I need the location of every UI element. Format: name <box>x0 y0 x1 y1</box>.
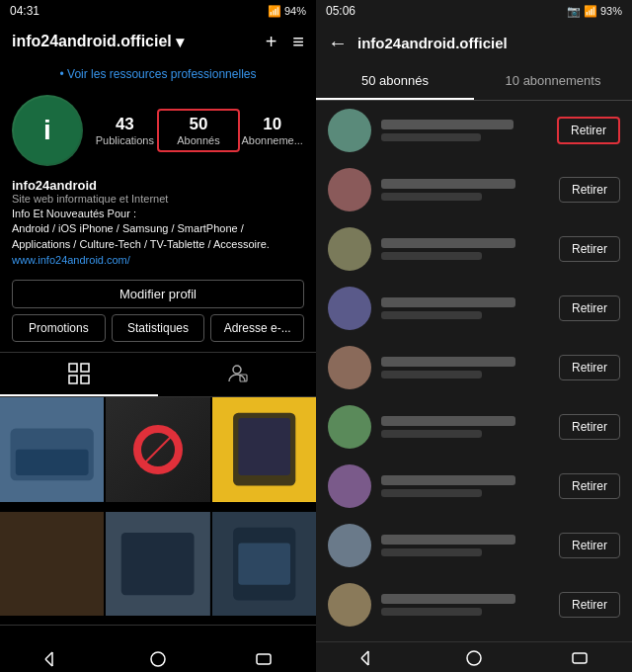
stat-abonnements[interactable]: 10 Abonneme... <box>240 115 304 146</box>
retirer-button[interactable]: Retirer <box>559 592 620 618</box>
follower-name-blurred <box>381 594 515 604</box>
account-title[interactable]: info24android.officiel ▾ <box>12 33 184 51</box>
follower-avatar <box>328 346 371 389</box>
svg-point-23 <box>151 652 165 666</box>
retirer-button[interactable]: Retirer <box>559 355 620 380</box>
follower-avatar <box>328 524 371 567</box>
bio-description: Info Et Nouveautés Pour :Android / iOS i… <box>12 207 304 252</box>
sys-back-right[interactable] <box>356 646 380 670</box>
add-icon[interactable]: + <box>266 31 277 53</box>
statistics-button[interactable]: Statistiques <box>112 314 205 342</box>
action-buttons: Modifier profil Promotions Statistiques … <box>0 274 316 348</box>
follower-item: Retirer <box>316 160 632 219</box>
svg-line-26 <box>361 651 368 658</box>
retirer-button[interactable]: Retirer <box>559 533 620 558</box>
svg-line-27 <box>361 658 368 665</box>
photo-5 <box>106 512 209 616</box>
followers-tabs: 50 abonnés 10 abonnements <box>316 63 632 101</box>
svg-rect-0 <box>69 364 77 372</box>
address-button[interactable]: Adresse e-... <box>210 314 304 342</box>
secondary-buttons-row: Promotions Statistiques Adresse e-... <box>12 314 304 342</box>
grid-icon <box>68 363 90 384</box>
bio-section: info24android Site web informatique et I… <box>0 176 316 274</box>
svg-rect-2 <box>69 376 77 383</box>
follower-info <box>381 416 549 438</box>
follower-avatar <box>328 405 371 449</box>
follower-avatar <box>328 227 371 271</box>
sys-back-left[interactable] <box>40 647 64 671</box>
svg-rect-19 <box>238 544 290 585</box>
retirer-button[interactable]: Retirer <box>559 177 620 203</box>
photo-cell-4[interactable] <box>0 512 104 616</box>
svg-rect-11 <box>238 418 290 475</box>
follower-sub-blurred <box>381 548 482 556</box>
sys-home-right[interactable] <box>462 646 486 670</box>
sys-recent-right[interactable] <box>568 646 592 670</box>
svg-rect-16 <box>121 533 195 595</box>
svg-rect-8 <box>16 450 89 475</box>
modify-profile-button[interactable]: Modifier profil <box>12 280 304 308</box>
svg-rect-12 <box>0 512 104 616</box>
follower-info <box>381 357 549 378</box>
menu-icon[interactable]: ≡ <box>292 31 304 53</box>
tab-grid[interactable] <box>0 353 158 396</box>
stat-abonnes[interactable]: 50 Abonnés <box>157 109 241 152</box>
profile-section: i 43 Publications 50 Abonnés 10 Abonneme… <box>0 85 316 176</box>
photo-6 <box>212 512 316 616</box>
bio-link[interactable]: www.info24android.com/ <box>12 254 304 266</box>
back-icon[interactable]: ← <box>328 32 348 54</box>
follower-sub-blurred <box>381 133 481 141</box>
svg-rect-3 <box>81 376 89 383</box>
svg-point-4 <box>233 366 241 374</box>
photo-cell-2[interactable] <box>106 397 209 501</box>
svg-line-21 <box>45 652 52 659</box>
follower-name-blurred <box>381 238 515 248</box>
right-top-nav: ← info24android.officiel <box>316 22 632 63</box>
follower-name-blurred <box>381 475 515 485</box>
follower-avatar <box>328 168 371 211</box>
retirer-button[interactable]: Retirer <box>559 414 620 440</box>
photo-cell-1[interactable] <box>0 397 104 501</box>
sys-home-left[interactable] <box>146 647 170 671</box>
svg-rect-1 <box>81 364 89 372</box>
follower-item: Retirer <box>316 101 632 160</box>
follower-sub-blurred <box>381 311 482 319</box>
status-bar-left: 04:31 📶 94% <box>0 0 316 22</box>
photo-cell-5[interactable] <box>106 512 209 616</box>
retirer-button[interactable]: Retirer <box>559 473 620 499</box>
top-nav-icons: + ≡ <box>266 31 304 53</box>
retirer-button[interactable]: Retirer <box>557 117 620 144</box>
no-symbol-icon <box>133 425 183 474</box>
time-left: 04:31 <box>10 4 40 18</box>
follower-sub-blurred <box>381 430 482 438</box>
tab-abonnes[interactable]: 50 abonnés <box>316 63 474 100</box>
follower-item: Retirer <box>316 516 632 575</box>
photo-cell-6[interactable] <box>212 512 316 616</box>
svg-point-28 <box>467 651 481 665</box>
follower-item: Retirer <box>316 279 632 338</box>
follower-info <box>381 535 549 556</box>
retirer-button[interactable]: Retirer <box>559 236 620 262</box>
account-name: info24android.officiel <box>12 33 172 50</box>
promo-link[interactable]: • Voir les ressources professionnelles <box>0 63 316 85</box>
follower-info <box>381 238 549 260</box>
avatar: i <box>12 95 83 166</box>
retirer-button[interactable]: Retirer <box>559 295 620 321</box>
follower-avatar <box>328 109 371 152</box>
photo-4 <box>0 512 104 616</box>
right-panel: 05:06 📷 📶 93% ← info24android.officiel 5… <box>316 0 632 672</box>
follower-sub-blurred <box>381 193 482 201</box>
promotions-button[interactable]: Promotions <box>12 314 106 342</box>
time-right: 05:06 <box>326 4 356 18</box>
status-icons-right: 📷 📶 93% <box>567 5 622 18</box>
tab-abonnements[interactable]: 10 abonnements <box>474 63 632 100</box>
stat-publications[interactable]: 43 Publications <box>93 115 157 146</box>
tab-person[interactable] <box>158 353 316 396</box>
sys-recent-left[interactable] <box>252 647 276 671</box>
person-tag-icon <box>226 363 248 384</box>
follower-name-blurred <box>381 416 515 426</box>
photo-cell-3[interactable] <box>212 397 316 501</box>
follower-name-blurred <box>381 297 515 307</box>
status-icons-left: 📶 94% <box>268 5 306 18</box>
bio-name: info24android <box>12 178 304 193</box>
